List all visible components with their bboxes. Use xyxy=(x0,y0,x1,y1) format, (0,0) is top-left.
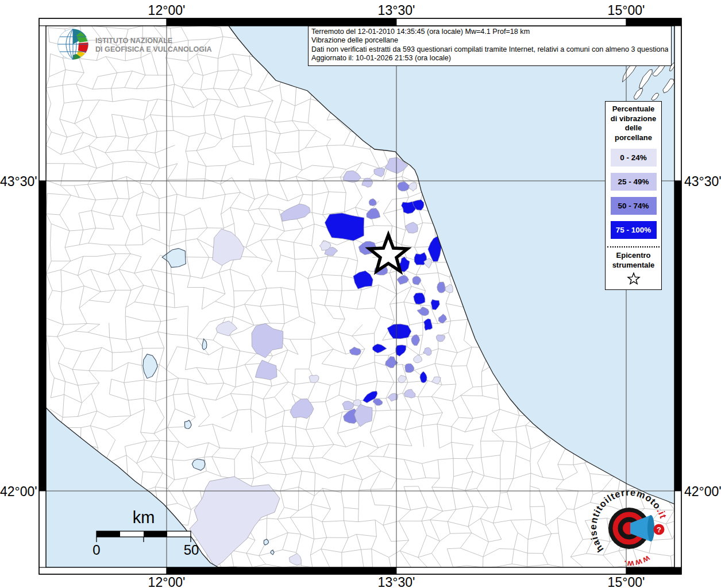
legend-title-line: Percentuale xyxy=(606,105,661,114)
legend-divider xyxy=(607,246,660,247)
legend-title-line: porcellane xyxy=(606,133,661,143)
scalebar-end-label: 50 xyxy=(182,542,201,558)
legend-title-line: delle xyxy=(606,123,661,133)
legend-swatch-50-74: 50 - 74% xyxy=(611,197,657,215)
legend-swatch-0-24: 0 - 24% xyxy=(611,149,657,167)
lat-label-left-42: 42°00' xyxy=(0,484,37,500)
scalebar-start-label: 0 xyxy=(88,542,105,558)
hsit-www: www. xyxy=(622,554,652,569)
legend-box: Percentuale di vibrazione delle porcella… xyxy=(605,101,662,290)
event-info-box: Terremoto del 12-01-2010 14:35:45 (ora l… xyxy=(308,26,672,66)
event-effect: Vibrazione delle porcellane xyxy=(311,36,668,45)
lon-label-top-1330: 13°30' xyxy=(378,3,415,18)
event-source: Dati non verificati estratti da 593 ques… xyxy=(311,45,668,54)
legend-star-icon xyxy=(606,272,661,288)
legend-epicenter-label: strumentale xyxy=(606,261,661,270)
lon-label-top-12: 12°00' xyxy=(148,3,186,18)
event-updated: Aggiornato il: 10-01-2026 21:53 (ora loc… xyxy=(311,54,668,63)
legend-title-line: di vibrazione xyxy=(606,114,661,124)
haisentitoilterremoto-logo-icon: ? haisentitoilterremoto.it www. xyxy=(588,487,669,569)
lat-label-right-42: 42°00' xyxy=(684,484,721,500)
macroseismic-map-page: ? haisentitoilterremoto.it www. 12°00' 1… xyxy=(0,0,721,588)
lon-label-top-15: 15°00' xyxy=(608,3,645,18)
legend-epicenter-label: Epicentro xyxy=(606,251,661,261)
scalebar-unit-label: km xyxy=(115,508,172,527)
legend-swatch-25-49: 25 - 49% xyxy=(611,173,657,191)
event-title: Terremoto del 12-01-2010 14:35:45 (ora l… xyxy=(311,28,668,36)
question-mark: ? xyxy=(657,525,661,534)
svg-text:www.: www. xyxy=(622,554,652,569)
lat-label-right-4330: 43°30' xyxy=(684,174,721,189)
lon-label-bottom-1330: 13°30' xyxy=(378,575,415,588)
ingv-globe-logo-icon xyxy=(58,29,88,60)
legend-swatch-75-100: 75 - 100% xyxy=(611,221,657,239)
lat-label-left-4330: 43°30' xyxy=(0,174,37,189)
lon-label-bottom-15: 15°00' xyxy=(608,575,645,588)
map-canvas: ? haisentitoilterremoto.it www. xyxy=(0,0,721,588)
ingv-wordmark: ISTITUTO NAZIONALE DI GEOFISICA E VULCAN… xyxy=(95,36,212,53)
lon-label-bottom-12: 12°00' xyxy=(148,575,186,588)
